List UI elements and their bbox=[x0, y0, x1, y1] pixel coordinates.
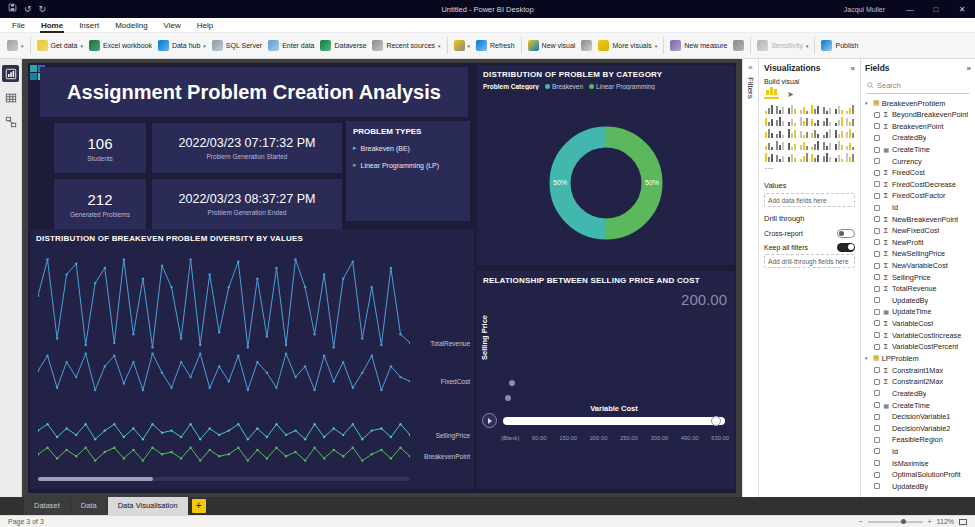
keep-filters-toggle[interactable] bbox=[837, 243, 855, 252]
field-NewVariableCost[interactable]: ΣNewVariableCost bbox=[865, 260, 971, 272]
field-checkbox[interactable] bbox=[874, 437, 880, 443]
field-UpdatedBy[interactable]: UpdatedBy bbox=[865, 295, 971, 307]
cross-report-toggle[interactable] bbox=[837, 229, 855, 238]
save-icon[interactable] bbox=[8, 0, 17, 18]
field-checkbox[interactable] bbox=[874, 193, 880, 199]
field-CreateTime[interactable]: ▦CreateTime bbox=[865, 144, 971, 156]
field-checkbox[interactable] bbox=[874, 286, 880, 292]
collapse-pane-icon[interactable]: « bbox=[851, 64, 855, 73]
field-FixedCost[interactable]: ΣFixedCost bbox=[865, 167, 971, 179]
metrics-icon[interactable] bbox=[845, 151, 855, 162]
slider-handle[interactable] bbox=[711, 416, 721, 426]
field-Id[interactable]: Id bbox=[865, 202, 971, 214]
field-checkbox[interactable] bbox=[874, 216, 880, 222]
decomposition-tree-icon[interactable] bbox=[764, 151, 774, 162]
funnel-chart-icon[interactable] bbox=[822, 115, 832, 126]
more-visuals-button[interactable]: More visuals▾ bbox=[595, 37, 660, 54]
menu-view[interactable]: View bbox=[156, 18, 189, 33]
fit-to-page-icon[interactable] bbox=[959, 519, 967, 525]
minimize-button[interactable]: — bbox=[897, 0, 923, 18]
tab-dataset[interactable]: Dataset bbox=[24, 497, 70, 515]
field-VariableCost[interactable]: ΣVariableCost bbox=[865, 318, 971, 330]
values-field-well[interactable]: Add data fields here bbox=[764, 193, 855, 207]
more-options-icon[interactable]: ⋯ bbox=[764, 163, 774, 174]
legend-item[interactable]: Linear Programming bbox=[589, 83, 655, 90]
chevron-down-icon[interactable]: ▾ bbox=[865, 100, 871, 106]
chart-scrollbar[interactable] bbox=[38, 477, 410, 481]
maximize-button[interactable]: □ bbox=[923, 0, 949, 18]
field-DecisionVariable1[interactable]: DecisionVariable1 bbox=[865, 411, 971, 423]
zoom-slider[interactable] bbox=[868, 521, 923, 523]
arcgis-map-icon[interactable] bbox=[811, 151, 821, 162]
build-visual-tab[interactable] bbox=[764, 87, 779, 99]
field-Constraint1Max[interactable]: ΣConstraint1Max bbox=[865, 364, 971, 376]
field-checkbox[interactable] bbox=[874, 414, 880, 420]
scatter-chart-icon[interactable] bbox=[834, 115, 844, 126]
play-axis-button[interactable] bbox=[482, 413, 497, 428]
field-FixedCostDecrease[interactable]: ΣFixedCostDecrease bbox=[865, 179, 971, 191]
transform-data-button[interactable]: ▾ bbox=[451, 37, 474, 54]
q-and-a-icon[interactable] bbox=[776, 151, 786, 162]
menu-modeling[interactable]: Modeling bbox=[107, 18, 155, 33]
slicer-icon[interactable] bbox=[787, 139, 797, 150]
redo-icon[interactable]: ↻ bbox=[39, 0, 47, 18]
slider-track[interactable] bbox=[503, 417, 725, 425]
field-checkbox[interactable] bbox=[874, 274, 880, 280]
menu-insert[interactable]: Insert bbox=[71, 18, 107, 33]
field-checkbox[interactable] bbox=[874, 320, 880, 326]
field-Constraint2Max[interactable]: ΣConstraint2Max bbox=[865, 376, 971, 388]
new-page-button[interactable]: + bbox=[192, 499, 206, 513]
new-measure-button[interactable]: New measure bbox=[667, 37, 730, 54]
tab-data-visualisation[interactable]: Data Visualisation bbox=[108, 497, 188, 515]
paste-button[interactable]: ▾ bbox=[4, 37, 27, 54]
filled-map-icon[interactable] bbox=[799, 127, 809, 138]
field-VariableCostIncrease[interactable]: ΣVariableCostIncrease bbox=[865, 329, 971, 341]
cursor-icon[interactable]: ➤ bbox=[787, 90, 794, 99]
pie-chart-icon[interactable] bbox=[845, 115, 855, 126]
sensitivity-button[interactable]: Sensitivity▾ bbox=[754, 37, 811, 54]
field-checkbox[interactable] bbox=[874, 123, 880, 129]
field-checkbox[interactable] bbox=[874, 332, 880, 338]
user-name[interactable]: Jacqui Muller bbox=[844, 6, 885, 13]
generation-ended-card[interactable]: 2022/03/23 08:37:27 PM Problem Generatio… bbox=[152, 179, 342, 229]
menu-home[interactable]: Home bbox=[33, 18, 71, 33]
table-LPProblem[interactable]: ▾▦LPProblem bbox=[865, 352, 971, 364]
field-checkbox[interactable] bbox=[874, 158, 880, 164]
field-NewSellingPrice[interactable]: ΣNewSellingPrice bbox=[865, 248, 971, 260]
multi-row-card-icon[interactable] bbox=[764, 139, 774, 150]
data-hub-button[interactable]: Data hub▾ bbox=[155, 37, 209, 54]
field-checkbox[interactable] bbox=[874, 379, 880, 385]
line-chart-visual[interactable]: DISTRIBUTION OF BREAKEVEN PROBLEM DIVERS… bbox=[30, 229, 474, 489]
report-page[interactable]: Assignment Problem Creation Analysis 106… bbox=[28, 63, 736, 493]
field-checkbox[interactable] bbox=[874, 367, 880, 373]
scatter-chart-visual[interactable]: RELATIONSHIP BETWEEN SELLING PRICE AND C… bbox=[477, 271, 735, 489]
line-chart-icon[interactable] bbox=[834, 103, 844, 114]
scrollbar-thumb[interactable] bbox=[38, 477, 153, 481]
report-view-button[interactable] bbox=[2, 65, 19, 82]
field-FeasibleRegion[interactable]: FeasibleRegion bbox=[865, 434, 971, 446]
new-visual-button[interactable]: New visual bbox=[525, 37, 579, 54]
field-NewProfit[interactable]: ΣNewProfit bbox=[865, 237, 971, 249]
power-automate-icon[interactable] bbox=[834, 151, 844, 162]
quick-measure-button[interactable] bbox=[730, 37, 747, 54]
field-Currency[interactable]: Currency bbox=[865, 155, 971, 167]
menu-file[interactable]: File bbox=[4, 18, 33, 33]
table-BreakevenProblem[interactable]: ▾▦BreakevenProblem bbox=[865, 97, 971, 109]
field-checkbox[interactable] bbox=[874, 135, 880, 141]
stacked-column-chart-icon[interactable] bbox=[776, 103, 786, 114]
field-checkbox[interactable] bbox=[874, 390, 880, 396]
get-data-button[interactable]: Get data▾ bbox=[34, 37, 86, 54]
power-apps-icon[interactable] bbox=[822, 151, 832, 162]
field-CreatedBy[interactable]: CreatedBy bbox=[865, 388, 971, 400]
hundred-stacked-bar-chart-icon[interactable] bbox=[811, 103, 821, 114]
field-checkbox[interactable] bbox=[874, 251, 880, 257]
field-checkbox[interactable] bbox=[874, 402, 880, 408]
generation-started-card[interactable]: 2022/03/23 07:17:32 PM Problem Generatio… bbox=[152, 123, 342, 173]
field-BeyondBreakevenPoint[interactable]: ΣBeyondBreakevenPoint bbox=[865, 109, 971, 121]
zoom-slider-thumb[interactable] bbox=[901, 519, 906, 524]
recent-sources-button[interactable]: Recent sources▾ bbox=[369, 37, 443, 54]
close-button[interactable]: ✕ bbox=[949, 0, 975, 18]
field-checkbox[interactable] bbox=[874, 181, 880, 187]
field-checkbox[interactable] bbox=[874, 448, 880, 454]
text-box-button[interactable] bbox=[578, 37, 595, 54]
